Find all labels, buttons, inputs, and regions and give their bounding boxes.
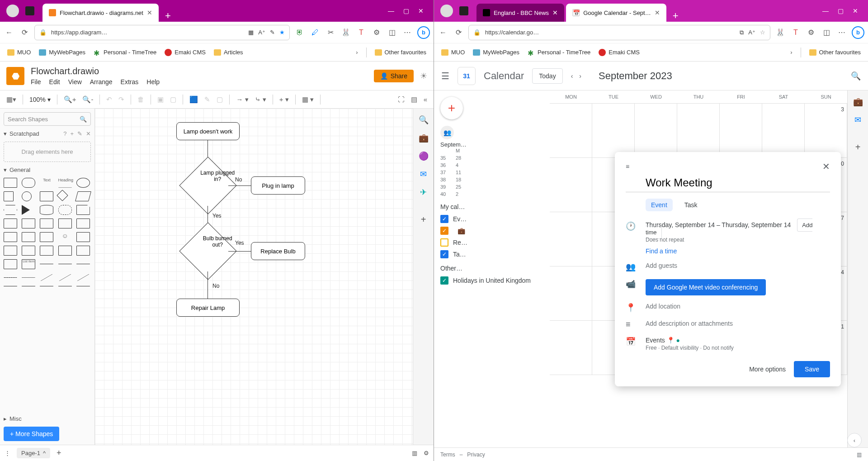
mini-calendar[interactable]: M 3528 364 3711 3818 3925 402 (440, 148, 543, 197)
bookmark-emaki[interactable]: Emaki CMS (165, 49, 206, 56)
maximize-button[interactable]: ▢ (403, 7, 409, 14)
shape-12[interactable] (40, 232, 53, 242)
redo-button[interactable]: ↷ (118, 95, 124, 104)
bookmark-mywebpages[interactable]: MyWebPages (39, 49, 85, 56)
settings-icon[interactable]: ⚙ (424, 450, 429, 456)
node-repair-lamp[interactable]: Repair Lamp (176, 299, 240, 317)
t-extension-icon[interactable]: T (790, 27, 801, 38)
tab-group-icon[interactable] (25, 6, 34, 15)
shape-7[interactable] (40, 219, 53, 228)
maximize-button[interactable]: ▢ (838, 7, 844, 14)
menu-view[interactable]: View (68, 78, 82, 86)
scratchpad-close-icon[interactable]: ✕ (86, 130, 91, 137)
shape-cylinder[interactable] (40, 205, 53, 215)
refresh-button[interactable]: ⟳ (453, 27, 464, 38)
shape-9[interactable] (76, 219, 90, 228)
drag-handle-icon[interactable]: ≡ (626, 163, 629, 170)
profile-avatar[interactable] (440, 5, 453, 17)
tab-task[interactable]: Task (679, 199, 703, 211)
main-menu-icon[interactable]: ☰ (441, 71, 449, 81)
fullscreen-icon[interactable]: ⛶ (398, 95, 405, 103)
shape-parallelogram[interactable] (75, 191, 91, 201)
shape-17[interactable] (58, 246, 72, 256)
rabbit-icon[interactable]: 🐰 (340, 27, 351, 38)
close-tab-icon[interactable]: ✕ (147, 9, 152, 16)
table-icon[interactable]: ▦ ▾ (302, 95, 314, 104)
scratchpad-help-icon[interactable]: ? (63, 130, 66, 137)
more-menu-icon[interactable]: ⋯ (836, 27, 847, 38)
calendar-item[interactable]: Re… (440, 237, 543, 248)
share-button[interactable]: 👤 Share (374, 70, 414, 82)
node-plug-in[interactable]: Plug in lamp (251, 176, 305, 195)
shape-diag2[interactable] (59, 274, 71, 281)
calendar-item[interactable]: ✓💼 (440, 225, 543, 237)
shape-hexagon[interactable] (4, 205, 17, 215)
scratchpad-edit-icon[interactable]: ✎ (77, 130, 82, 137)
send-icon[interactable]: ✈ (420, 187, 427, 197)
close-tab-icon[interactable]: ✕ (655, 9, 660, 16)
shape-diag1[interactable] (41, 274, 52, 281)
back-button-tool[interactable]: ▢ (170, 95, 176, 104)
visibility-label[interactable]: Free · Default visibility · Do not notif… (646, 345, 830, 351)
shape-process[interactable] (40, 191, 53, 201)
scratchpad-add-icon[interactable]: + (70, 130, 74, 137)
search-sidebar-icon[interactable]: 🔍 (419, 115, 429, 125)
document-title[interactable]: Flowchart.drawio (31, 66, 160, 76)
scratchpad-dropzone[interactable]: Drag elements here (4, 142, 91, 162)
browser-tab-bbc[interactable]: England - BBC News ✕ (476, 4, 564, 22)
shape-square[interactable] (4, 191, 14, 201)
bookmark-emaki[interactable]: Emaki CMS (599, 49, 640, 56)
event-dates[interactable]: Thursday, September 14 – Thursday, Septe… (646, 221, 791, 228)
undo-button[interactable]: ↶ (106, 95, 112, 104)
shape-conn2[interactable] (40, 286, 53, 286)
bing-chat-icon[interactable]: b (417, 26, 430, 39)
shape-14[interactable] (4, 246, 17, 256)
menu-file[interactable]: File (31, 78, 41, 86)
add-button[interactable]: + ▾ (279, 95, 289, 104)
today-button[interactable]: Today (532, 68, 562, 84)
minimize-button[interactable]: — (822, 7, 829, 14)
create-event-button[interactable]: + (440, 97, 463, 119)
scissors-icon[interactable]: ✂ (325, 27, 336, 38)
find-time-link[interactable]: Find a time (646, 247, 830, 255)
calendar-select[interactable]: Events (646, 337, 665, 344)
format-panel-icon[interactable]: ▤ (411, 95, 417, 104)
shadow-icon[interactable]: ▢ (217, 95, 223, 104)
shape-ellipse[interactable] (76, 178, 90, 188)
shape-6[interactable] (22, 219, 35, 228)
collections-icon[interactable]: ▥ (412, 450, 417, 456)
url-input[interactable]: 🔒 https://calendar.go… ⧉ A⁺ ☆ (468, 25, 770, 40)
extensions-icon[interactable]: ⚙ (371, 27, 382, 38)
shape-link[interactable] (4, 286, 17, 286)
bookmark-muo[interactable]: MUO (441, 49, 465, 56)
prev-month-button[interactable]: ‹ (571, 72, 573, 80)
outlook-icon[interactable]: ✉ (854, 115, 861, 125)
shape-diag3[interactable] (77, 274, 89, 281)
menu-edit[interactable]: Edit (49, 78, 60, 86)
zoom-out-icon[interactable]: 🔍- (82, 95, 93, 104)
my-calendars-header[interactable]: My cal… (440, 203, 543, 210)
node-replace-bulb[interactable]: Replace Bulb (251, 242, 305, 260)
shape-15[interactable] (22, 246, 35, 256)
shape-circle[interactable] (22, 191, 32, 201)
add-guests-input[interactable]: Add guests (646, 262, 830, 269)
drawio-logo-icon[interactable]: ⬣ (6, 67, 24, 85)
add-sidebar-button[interactable]: + (421, 214, 426, 225)
shape-triangle[interactable] (22, 205, 30, 215)
bookmarks-overflow-icon[interactable]: › (356, 49, 358, 56)
waypoint-icon[interactable]: ⤷ ▾ (255, 95, 266, 104)
shape-arrow2[interactable] (76, 264, 90, 264)
delete-button[interactable]: 🗑 (137, 95, 144, 103)
shape-textbox[interactable]: Heading (58, 178, 72, 188)
bookmark-timetree[interactable]: ✱Personal - TimeTree (94, 49, 156, 56)
connection-icon[interactable]: → ▾ (236, 95, 248, 104)
repeat-label[interactable]: Does not repeat (646, 237, 830, 243)
url-input[interactable]: 🔒 https://app.diagram… ▦ A⁺ ✎ ★ (34, 25, 290, 40)
new-tab-button[interactable]: + (668, 10, 683, 22)
other-favourites[interactable]: Other favourites (809, 49, 861, 56)
calendar-item[interactable]: ✓Holidays in United Kingdom (440, 275, 543, 286)
shape-document[interactable] (76, 205, 90, 215)
shape-5[interactable] (4, 219, 17, 228)
minimize-button[interactable]: — (388, 7, 394, 14)
favorite-star-icon[interactable]: ☆ (760, 29, 765, 36)
